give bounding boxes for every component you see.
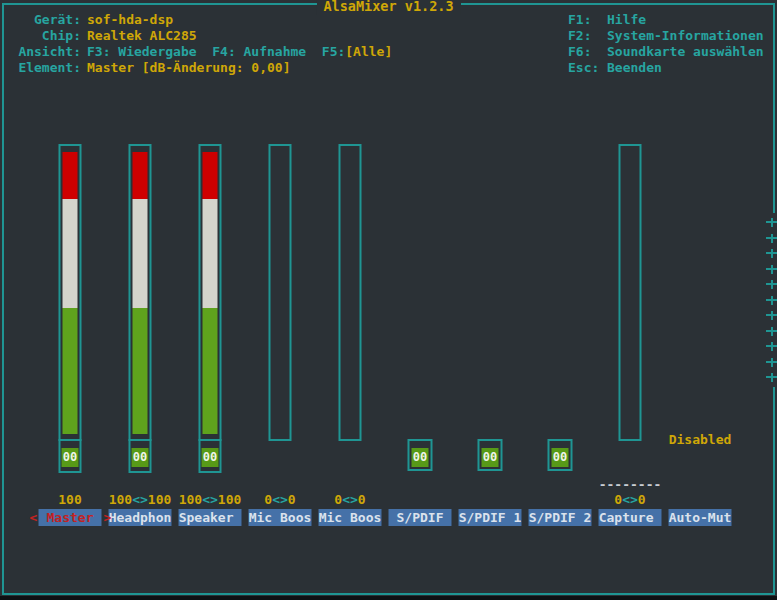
bar-segment-high bbox=[133, 152, 148, 199]
channel-label-headphon[interactable]: Headphon bbox=[109, 509, 172, 526]
volume-bar-mic-boos[interactable] bbox=[269, 144, 292, 441]
scroll-right-arrow bbox=[766, 249, 777, 258]
volume-bar-master[interactable] bbox=[59, 144, 82, 441]
channel-s-pdif: 00 S/PDIF bbox=[385, 0, 455, 600]
info-value-part: sof-hda-dsp bbox=[87, 12, 173, 27]
scroll-right-arrow bbox=[766, 296, 777, 305]
mute-state-badge: 00 bbox=[552, 448, 569, 467]
help-item-key: F6: bbox=[568, 44, 607, 60]
info-value-part: Realtek ALC285 bbox=[87, 28, 197, 43]
scroll-right-arrow bbox=[766, 327, 777, 336]
info-value-part: F3: Wiedergabe F4: Aufnahme F5: bbox=[87, 44, 345, 59]
info-row-value: F3: Wiedergabe F4: Aufnahme F5:[Alle] bbox=[87, 44, 392, 60]
volume-bar-fill bbox=[203, 152, 218, 434]
scroll-right-arrow bbox=[766, 311, 777, 320]
scroll-right-arrow bbox=[766, 265, 777, 274]
info-row-label: Element: bbox=[18, 60, 81, 76]
help-item-text: Beenden bbox=[607, 60, 662, 76]
channel-label-mic-boos[interactable]: Mic Boos bbox=[319, 509, 382, 526]
help-item: F2: System-Informationen bbox=[568, 28, 764, 44]
help-item-key: F1: bbox=[568, 12, 607, 28]
help-item-text: System-Informationen bbox=[607, 28, 764, 44]
mute-box-s-pdif-2[interactable]: 00 bbox=[548, 439, 573, 471]
channel-value: 0 bbox=[264, 492, 272, 507]
mute-box-master[interactable]: 00 bbox=[59, 439, 82, 473]
info-row-value: sof-hda-dsp bbox=[87, 12, 173, 28]
mute-state-badge: 00 bbox=[202, 448, 219, 467]
selected-right-arrow: > bbox=[103, 509, 112, 526]
bar-segment-high bbox=[203, 152, 218, 199]
channel-label-auto-mut[interactable]: Auto-Mut bbox=[669, 509, 732, 526]
mute-state-badge: 00 bbox=[412, 448, 429, 467]
info-row: Chip: Realtek ALC285 bbox=[18, 28, 392, 44]
info-row: Element: Master [dB-Änderung: 0,00] bbox=[18, 60, 392, 76]
info-value-part: Master [dB-Änderung: 0,00] bbox=[87, 60, 291, 75]
mute-box-s-pdif[interactable]: 00 bbox=[408, 439, 433, 471]
channel-headphon: 00100<>100Headphon bbox=[105, 0, 175, 600]
channel-capture: --------0<>0Capture bbox=[595, 0, 665, 600]
mute-box-headphon[interactable]: 00 bbox=[129, 439, 152, 473]
info-row-label: Gerät: bbox=[18, 12, 81, 28]
help-item: F6: Soundkarte auswählen bbox=[568, 44, 764, 60]
volume-bar-speaker[interactable] bbox=[199, 144, 222, 441]
channel-value: 100 bbox=[179, 492, 202, 507]
bar-segment-low bbox=[133, 308, 148, 434]
channel-values: 100<>100 bbox=[175, 492, 245, 507]
channel-mic-boos: 0<>0Mic Boos bbox=[245, 0, 315, 600]
scroll-right-arrow bbox=[766, 218, 777, 227]
channel-values: 100 bbox=[35, 492, 105, 507]
channel-value: 0 bbox=[288, 492, 296, 507]
channel-label-s-pdif[interactable]: S/PDIF bbox=[389, 509, 452, 526]
channel-auto-mut: DisabledAuto-Mut bbox=[665, 0, 735, 600]
scroll-right-arrow bbox=[766, 234, 777, 243]
mute-state-badge: 00 bbox=[62, 448, 79, 467]
channel-value: 0 bbox=[358, 492, 366, 507]
channel-value: 100 bbox=[148, 492, 171, 507]
channel-values: 0<>0 bbox=[245, 492, 315, 507]
volume-bar-fill bbox=[133, 152, 148, 434]
scroll-right-arrow bbox=[766, 373, 777, 382]
terminal-edge bbox=[0, 596, 777, 600]
volume-bar-mic-boos[interactable] bbox=[339, 144, 362, 441]
channel-values: 0<>0 bbox=[315, 492, 385, 507]
volume-bar-fill bbox=[63, 152, 78, 434]
channel-label-s-pdif-1[interactable]: S/PDIF 1 bbox=[459, 509, 522, 526]
mute-state-badge: 00 bbox=[482, 448, 499, 467]
channel-value: 100 bbox=[109, 492, 132, 507]
channel-s-pdif-2: 00S/PDIF 2 bbox=[525, 0, 595, 600]
help-item-text: Soundkarte auswählen bbox=[607, 44, 764, 60]
help-menu: F1: Hilfe F2: System-Informationen F6: S… bbox=[568, 12, 764, 76]
help-item: Esc: Beenden bbox=[568, 60, 764, 76]
scroll-right-arrow bbox=[766, 358, 777, 367]
volume-bar-headphon[interactable] bbox=[129, 144, 152, 441]
help-item-key: F2: bbox=[568, 28, 607, 44]
channel-label-speaker[interactable]: Speaker bbox=[179, 509, 242, 526]
channel-value: 100 bbox=[218, 492, 241, 507]
channel-speaker: 00100<>100Speaker bbox=[175, 0, 245, 600]
channel-value: 100 bbox=[58, 492, 81, 507]
bar-segment-mid bbox=[203, 199, 218, 308]
alsamixer-screen[interactable]: AlsaMixer v1.2.3 Gerät: sof-hda-dsp Chip… bbox=[0, 0, 777, 600]
channel-label-capture[interactable]: Capture bbox=[599, 509, 662, 526]
bar-segment-low bbox=[63, 308, 78, 434]
db-gain-dashes: -------- bbox=[595, 478, 665, 492]
enum-value: Disabled bbox=[665, 433, 735, 447]
channel-value: 0 bbox=[614, 492, 622, 507]
mute-box-s-pdif-1[interactable]: 00 bbox=[478, 439, 503, 471]
help-item-key: Esc: bbox=[568, 60, 607, 76]
channel-label-mic-boos[interactable]: Mic Boos bbox=[249, 509, 312, 526]
mute-box-speaker[interactable]: 00 bbox=[199, 439, 222, 473]
volume-bar-capture[interactable] bbox=[619, 144, 642, 441]
channel-mic-boos: 0<>0Mic Boos bbox=[315, 0, 385, 600]
info-value-part: [Alle] bbox=[345, 44, 392, 59]
channel-label-s-pdif-2[interactable]: S/PDIF 2 bbox=[529, 509, 592, 526]
mute-state-badge: 00 bbox=[132, 448, 149, 467]
info-row-label: Ansicht: bbox=[18, 44, 81, 60]
channel-values: 0<>0 bbox=[595, 492, 665, 507]
help-item-text: Hilfe bbox=[607, 12, 646, 28]
channel-value: 0 bbox=[638, 492, 646, 507]
channel-label-master[interactable]: Master bbox=[39, 509, 102, 526]
channel-value: 0 bbox=[334, 492, 342, 507]
bar-segment-high bbox=[63, 152, 78, 199]
selected-left-arrow: < bbox=[29, 509, 38, 526]
